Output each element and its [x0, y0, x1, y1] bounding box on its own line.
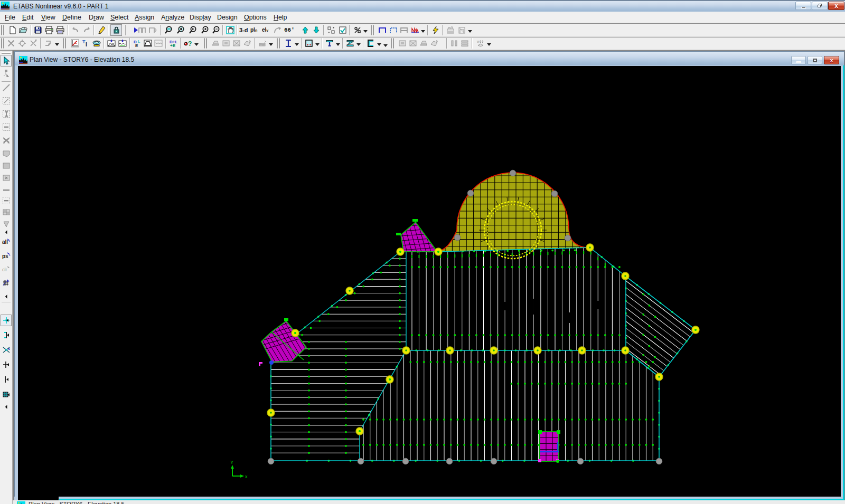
svg-text:E: E: [75, 41, 77, 44]
svg-text:L: L: [138, 39, 140, 44]
svg-text:clr: clr: [2, 267, 7, 272]
svg-text:x: x: [245, 474, 248, 479]
svg-text:+E: +E: [170, 43, 176, 47]
svg-text:w: w: [476, 40, 480, 43]
svg-text:I: I: [86, 42, 87, 47]
svg-text:Y: Y: [230, 460, 233, 465]
svg-text:?: ?: [188, 40, 192, 47]
svg-text:ps: ps: [2, 253, 8, 259]
svg-text:all: all: [2, 239, 8, 245]
svg-text:E: E: [135, 43, 138, 47]
